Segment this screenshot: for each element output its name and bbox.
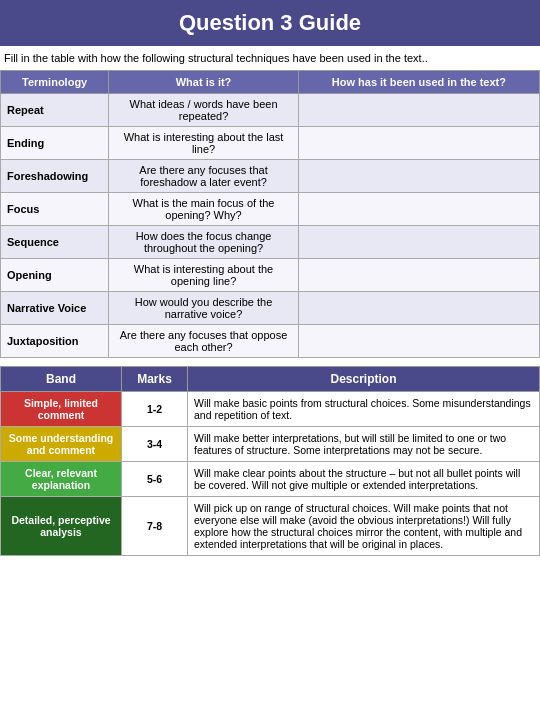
guide-what: What is the main focus of the opening? W… — [109, 193, 299, 226]
guide-term: Opening — [1, 259, 109, 292]
guide-term: Repeat — [1, 94, 109, 127]
guide-what: What is interesting about the last line? — [109, 127, 299, 160]
guide-what: Are there any focuses that oppose each o… — [109, 325, 299, 358]
guide-how — [298, 325, 539, 358]
guide-term: Focus — [1, 193, 109, 226]
guide-row: Narrative VoiceHow would you describe th… — [1, 292, 540, 325]
band-table: Band Marks Description Simple, limited c… — [0, 366, 540, 556]
guide-what: What ideas / words have been repeated? — [109, 94, 299, 127]
guide-term: Sequence — [1, 226, 109, 259]
guide-term: Foreshadowing — [1, 160, 109, 193]
page-title: Question 3 Guide — [0, 0, 540, 46]
band-marks: 1-2 — [122, 392, 188, 427]
band-row: Clear, relevant explanation5-6Will make … — [1, 462, 540, 497]
band-marks: 3-4 — [122, 427, 188, 462]
guide-header-terminology: Terminology — [1, 71, 109, 94]
band-header-description: Description — [188, 367, 540, 392]
guide-what: Are there any focuses that foreshadow a … — [109, 160, 299, 193]
band-row: Some understanding and comment3-4Will ma… — [1, 427, 540, 462]
band-marks: 5-6 — [122, 462, 188, 497]
guide-term: Ending — [1, 127, 109, 160]
band-description: Will make basic points from structural c… — [188, 392, 540, 427]
band-label: Simple, limited comment — [1, 392, 122, 427]
band-header-band: Band — [1, 367, 122, 392]
guide-how — [298, 292, 539, 325]
band-label: Clear, relevant explanation — [1, 462, 122, 497]
guide-table: Terminology What is it? How has it been … — [0, 70, 540, 358]
band-description: Will make clear points about the structu… — [188, 462, 540, 497]
guide-row: RepeatWhat ideas / words have been repea… — [1, 94, 540, 127]
guide-row: SequenceHow does the focus change throug… — [1, 226, 540, 259]
guide-how — [298, 94, 539, 127]
guide-what: How does the focus change throughout the… — [109, 226, 299, 259]
guide-how — [298, 259, 539, 292]
band-header-marks: Marks — [122, 367, 188, 392]
band-row: Simple, limited comment1-2Will make basi… — [1, 392, 540, 427]
band-description: Will pick up on range of structural choi… — [188, 497, 540, 556]
guide-how — [298, 226, 539, 259]
guide-row: FocusWhat is the main focus of the openi… — [1, 193, 540, 226]
guide-term: Narrative Voice — [1, 292, 109, 325]
guide-what: How would you describe the narrative voi… — [109, 292, 299, 325]
guide-how — [298, 127, 539, 160]
guide-how — [298, 193, 539, 226]
guide-how — [298, 160, 539, 193]
guide-header-what: What is it? — [109, 71, 299, 94]
guide-header-how: How has it been used in the text? — [298, 71, 539, 94]
band-row: Detailed, perceptive analysis7-8Will pic… — [1, 497, 540, 556]
guide-row: EndingWhat is interesting about the last… — [1, 127, 540, 160]
band-label: Some understanding and comment — [1, 427, 122, 462]
guide-row: JuxtapositionAre there any focuses that … — [1, 325, 540, 358]
band-description: Will make better interpretations, but wi… — [188, 427, 540, 462]
guide-term: Juxtaposition — [1, 325, 109, 358]
guide-row: ForeshadowingAre there any focuses that … — [1, 160, 540, 193]
guide-row: OpeningWhat is interesting about the ope… — [1, 259, 540, 292]
guide-what: What is interesting about the opening li… — [109, 259, 299, 292]
subtitle: Fill in the table with how the following… — [0, 46, 540, 70]
band-label: Detailed, perceptive analysis — [1, 497, 122, 556]
band-marks: 7-8 — [122, 497, 188, 556]
